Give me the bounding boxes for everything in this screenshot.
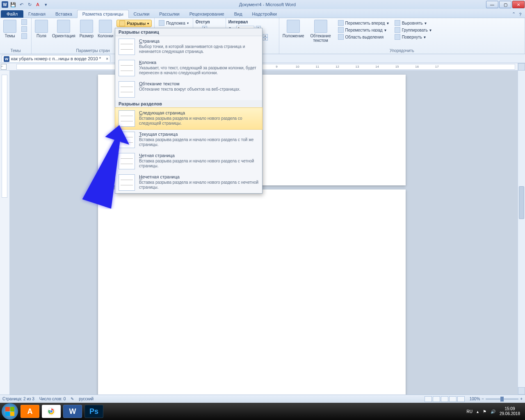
tab-insert[interactable]: Вставка (50, 10, 77, 18)
tray-volume-icon[interactable]: 🔊 (491, 409, 495, 414)
group-button[interactable]: Группировать ▾ (393, 27, 433, 33)
rotate-icon (395, 34, 400, 40)
spin-up-icon[interactable]: ▴ (263, 34, 268, 37)
tab-addins[interactable]: Надстройки (247, 10, 282, 18)
document-tab[interactable]: как убрать номер с п...ницы в ворде 2010… (2, 55, 110, 62)
qat-customize-icon[interactable]: ▾ (43, 1, 49, 8)
breaks-icon (119, 21, 125, 26)
view-buttons (425, 396, 465, 402)
undo-icon[interactable]: ↶ (18, 1, 25, 8)
columns-button[interactable]: Колонки (97, 19, 114, 39)
view-print-layout-icon[interactable] (425, 396, 432, 402)
zoom-slider[interactable] (486, 398, 518, 400)
tab-selector-icon[interactable]: ⌐ (1, 64, 7, 70)
gallery-item-odd-page[interactable]: Нечетная страницаВставка разрыва раздела… (115, 172, 262, 193)
horizontal-ruler[interactable]: ⌐ 8910 111213 141516 17 (0, 63, 525, 71)
status-page[interactable]: Страница: 2 из 3 (2, 397, 34, 401)
watermark-icon (159, 20, 164, 26)
zoom-value[interactable]: 100% (470, 397, 480, 401)
theme-fonts-icon[interactable] (20, 26, 29, 32)
continuous-section-icon (119, 132, 135, 148)
page-break-icon (119, 39, 135, 55)
align-button[interactable]: Выровнять ▾ (393, 20, 433, 26)
odd-page-section-icon (119, 174, 135, 191)
status-spellcheck-icon[interactable]: ✎ (71, 397, 74, 401)
breaks-button[interactable]: Разрывы ▾ (116, 20, 152, 27)
status-language[interactable]: русский (79, 397, 94, 401)
gallery-item-next-page[interactable]: Следующая страницаВставка разрыва раздел… (115, 107, 262, 130)
selection-pane-button[interactable]: Область выделения (336, 34, 390, 40)
gallery-section-section-breaks: Разрывы разделов (115, 100, 262, 108)
font-color-icon[interactable]: A (34, 1, 41, 8)
wrap-text-button[interactable]: Обтекание текстом (308, 19, 334, 43)
size-button[interactable]: Размер (79, 19, 94, 39)
document-page-2[interactable] (98, 189, 406, 395)
gallery-item-even-page[interactable]: Четная страницаВставка разрыва раздела и… (115, 151, 262, 172)
view-fullscreen-icon[interactable] (433, 396, 440, 402)
gallery-item-column[interactable]: КолонкаУказывает, что текст, следующий з… (115, 57, 262, 79)
align-icon (395, 20, 400, 26)
status-word-count[interactable]: Число слов: 0 (39, 397, 66, 401)
tab-page-layout[interactable]: Разметка страницы (77, 10, 129, 18)
gallery-item-text-wrapping[interactable]: Обтекание текстомОбтекание текста вокруг… (115, 79, 262, 100)
theme-colors-icon[interactable] (20, 19, 29, 25)
bring-forward-button[interactable]: Переместить вперед ▾ (336, 20, 390, 26)
rotate-button[interactable]: Повернуть ▾ (393, 34, 433, 40)
themes-button[interactable]: Темы (2, 19, 17, 39)
theme-effects-icon[interactable] (20, 33, 29, 39)
gallery-item-continuous[interactable]: Текущая страницаВставка разрыва раздела … (115, 129, 262, 151)
minimize-button[interactable]: — (486, 1, 498, 8)
taskbar-app-avast[interactable]: A (21, 405, 39, 418)
tray-lang[interactable]: RU (466, 409, 472, 414)
taskbar-app-photoshop[interactable]: Ps (84, 405, 103, 418)
word-app-icon: W (2, 1, 8, 8)
ribbon-right-controls: ⌃ ？ (512, 11, 525, 18)
orientation-icon (57, 20, 70, 33)
ribbon-minimize-icon[interactable]: ⌃ (512, 11, 516, 18)
maximize-button[interactable]: ▢ (499, 1, 511, 8)
tray-show-hidden-icon[interactable]: ▴ (477, 409, 479, 414)
send-backward-button[interactable]: Переместить назад ▾ (336, 27, 390, 33)
close-button[interactable]: ✕ (512, 1, 525, 8)
size-icon (80, 20, 93, 33)
scroll-thumb[interactable] (519, 186, 524, 219)
file-tab[interactable]: Файл (1, 10, 23, 18)
redo-icon[interactable]: ↻ (26, 1, 33, 8)
tab-home[interactable]: Главная (23, 10, 50, 18)
zoom-out-button[interactable]: − (482, 397, 484, 401)
view-outline-icon[interactable] (449, 396, 457, 402)
tab-references[interactable]: Ссылки (129, 10, 155, 18)
position-icon (287, 20, 300, 33)
start-button[interactable] (2, 403, 18, 420)
help-icon[interactable]: ？ (518, 11, 523, 18)
view-draft-icon[interactable] (457, 396, 465, 402)
taskbar-app-chrome[interactable] (42, 405, 61, 418)
gallery-item-page[interactable]: СтраницаВыбор точки, в которой заканчива… (115, 36, 262, 57)
tab-view[interactable]: Вид (229, 10, 247, 18)
zoom-in-button[interactable]: + (520, 397, 523, 401)
spin-down-icon[interactable]: ▾ (263, 37, 268, 41)
document-tabs: как убрать номер с п...ницы в ворде 2010… (0, 54, 525, 63)
margins-button[interactable]: Поля (34, 19, 49, 39)
vertical-ruler[interactable] (0, 71, 10, 395)
scroll-down-button[interactable] (518, 387, 525, 395)
title-bar: W 💾 ↶ ↻ A ▾ Документ4 - Microsoft Word —… (0, 0, 525, 9)
tray-network-icon[interactable]: ⚑ (483, 409, 486, 414)
view-web-icon[interactable] (441, 396, 448, 402)
tray-clock[interactable]: 15:09 29.06.2018 (500, 406, 520, 416)
tab-mailings[interactable]: Рассылки (154, 10, 184, 18)
orientation-button[interactable]: Ориентация (51, 19, 76, 39)
bring-forward-icon (338, 20, 344, 26)
watermark-button[interactable]: Подложка ▾ (157, 20, 190, 26)
close-tab-icon[interactable]: × (106, 57, 108, 61)
vertical-scrollbar[interactable] (518, 63, 525, 395)
position-button[interactable]: Положение (282, 19, 305, 43)
page-area[interactable] (10, 71, 525, 395)
taskbar-app-word[interactable]: W (63, 405, 82, 418)
themes-icon (3, 20, 16, 33)
tab-review[interactable]: Рецензирование (185, 10, 229, 18)
windows-taskbar: A W Ps RU ▴ ⚑ 🔊 15:09 29.06.2018 (0, 403, 525, 420)
scroll-up-button[interactable] (518, 63, 525, 71)
save-icon[interactable]: 💾 (10, 1, 16, 8)
system-tray: RU ▴ ⚑ 🔊 15:09 29.06.2018 (466, 406, 523, 416)
